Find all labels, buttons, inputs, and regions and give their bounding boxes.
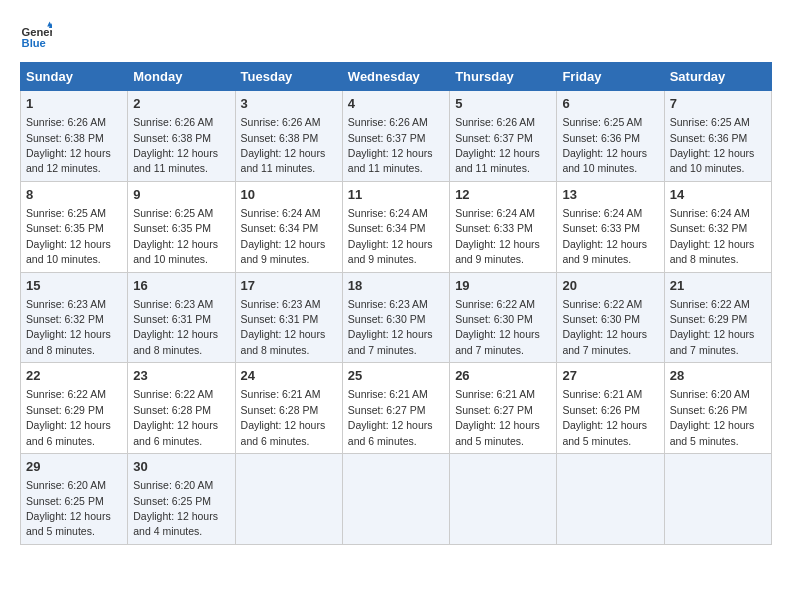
day-info: Sunrise: 6:25 AMSunset: 6:35 PMDaylight:…	[133, 207, 218, 265]
page-header: General Blue	[20, 20, 772, 52]
weekday-header-saturday: Saturday	[664, 63, 771, 91]
day-info: Sunrise: 6:24 AMSunset: 6:33 PMDaylight:…	[562, 207, 647, 265]
day-number: 29	[26, 458, 122, 476]
calendar-cell: 13Sunrise: 6:24 AMSunset: 6:33 PMDayligh…	[557, 181, 664, 272]
day-info: Sunrise: 6:25 AMSunset: 6:36 PMDaylight:…	[562, 116, 647, 174]
day-info: Sunrise: 6:24 AMSunset: 6:33 PMDaylight:…	[455, 207, 540, 265]
svg-text:Blue: Blue	[22, 37, 46, 49]
logo-icon: General Blue	[20, 20, 52, 52]
weekday-header-monday: Monday	[128, 63, 235, 91]
day-number: 2	[133, 95, 229, 113]
day-number: 6	[562, 95, 658, 113]
day-number: 8	[26, 186, 122, 204]
calendar-cell	[342, 454, 449, 545]
day-info: Sunrise: 6:24 AMSunset: 6:34 PMDaylight:…	[348, 207, 433, 265]
calendar-cell: 25Sunrise: 6:21 AMSunset: 6:27 PMDayligh…	[342, 363, 449, 454]
weekday-header-sunday: Sunday	[21, 63, 128, 91]
day-number: 26	[455, 367, 551, 385]
calendar-week-row: 22Sunrise: 6:22 AMSunset: 6:29 PMDayligh…	[21, 363, 772, 454]
calendar-cell: 18Sunrise: 6:23 AMSunset: 6:30 PMDayligh…	[342, 272, 449, 363]
logo: General Blue	[20, 20, 56, 52]
day-number: 4	[348, 95, 444, 113]
day-info: Sunrise: 6:22 AMSunset: 6:30 PMDaylight:…	[562, 298, 647, 356]
day-number: 3	[241, 95, 337, 113]
day-number: 12	[455, 186, 551, 204]
calendar-cell	[557, 454, 664, 545]
day-info: Sunrise: 6:20 AMSunset: 6:25 PMDaylight:…	[26, 479, 111, 537]
calendar-week-row: 8Sunrise: 6:25 AMSunset: 6:35 PMDaylight…	[21, 181, 772, 272]
calendar-cell: 26Sunrise: 6:21 AMSunset: 6:27 PMDayligh…	[450, 363, 557, 454]
day-info: Sunrise: 6:23 AMSunset: 6:31 PMDaylight:…	[241, 298, 326, 356]
day-number: 17	[241, 277, 337, 295]
svg-text:General: General	[22, 26, 52, 38]
calendar-cell: 29Sunrise: 6:20 AMSunset: 6:25 PMDayligh…	[21, 454, 128, 545]
calendar-cell: 8Sunrise: 6:25 AMSunset: 6:35 PMDaylight…	[21, 181, 128, 272]
day-info: Sunrise: 6:25 AMSunset: 6:35 PMDaylight:…	[26, 207, 111, 265]
day-number: 18	[348, 277, 444, 295]
day-info: Sunrise: 6:20 AMSunset: 6:26 PMDaylight:…	[670, 388, 755, 446]
day-number: 16	[133, 277, 229, 295]
calendar-week-row: 15Sunrise: 6:23 AMSunset: 6:32 PMDayligh…	[21, 272, 772, 363]
calendar-cell: 24Sunrise: 6:21 AMSunset: 6:28 PMDayligh…	[235, 363, 342, 454]
day-info: Sunrise: 6:20 AMSunset: 6:25 PMDaylight:…	[133, 479, 218, 537]
calendar-cell: 21Sunrise: 6:22 AMSunset: 6:29 PMDayligh…	[664, 272, 771, 363]
day-info: Sunrise: 6:24 AMSunset: 6:34 PMDaylight:…	[241, 207, 326, 265]
day-info: Sunrise: 6:23 AMSunset: 6:32 PMDaylight:…	[26, 298, 111, 356]
calendar-cell: 19Sunrise: 6:22 AMSunset: 6:30 PMDayligh…	[450, 272, 557, 363]
day-info: Sunrise: 6:26 AMSunset: 6:37 PMDaylight:…	[348, 116, 433, 174]
day-number: 19	[455, 277, 551, 295]
day-number: 20	[562, 277, 658, 295]
calendar-table: SundayMondayTuesdayWednesdayThursdayFrid…	[20, 62, 772, 545]
calendar-cell: 5Sunrise: 6:26 AMSunset: 6:37 PMDaylight…	[450, 91, 557, 182]
day-info: Sunrise: 6:26 AMSunset: 6:38 PMDaylight:…	[133, 116, 218, 174]
calendar-cell: 16Sunrise: 6:23 AMSunset: 6:31 PMDayligh…	[128, 272, 235, 363]
day-number: 11	[348, 186, 444, 204]
day-info: Sunrise: 6:21 AMSunset: 6:26 PMDaylight:…	[562, 388, 647, 446]
calendar-cell: 12Sunrise: 6:24 AMSunset: 6:33 PMDayligh…	[450, 181, 557, 272]
day-number: 30	[133, 458, 229, 476]
day-number: 27	[562, 367, 658, 385]
day-info: Sunrise: 6:23 AMSunset: 6:31 PMDaylight:…	[133, 298, 218, 356]
calendar-cell	[450, 454, 557, 545]
day-info: Sunrise: 6:21 AMSunset: 6:27 PMDaylight:…	[455, 388, 540, 446]
weekday-header-tuesday: Tuesday	[235, 63, 342, 91]
calendar-cell: 9Sunrise: 6:25 AMSunset: 6:35 PMDaylight…	[128, 181, 235, 272]
calendar-cell: 14Sunrise: 6:24 AMSunset: 6:32 PMDayligh…	[664, 181, 771, 272]
day-number: 13	[562, 186, 658, 204]
day-info: Sunrise: 6:22 AMSunset: 6:29 PMDaylight:…	[26, 388, 111, 446]
day-number: 9	[133, 186, 229, 204]
day-number: 15	[26, 277, 122, 295]
weekday-header-thursday: Thursday	[450, 63, 557, 91]
calendar-cell: 11Sunrise: 6:24 AMSunset: 6:34 PMDayligh…	[342, 181, 449, 272]
calendar-cell: 3Sunrise: 6:26 AMSunset: 6:38 PMDaylight…	[235, 91, 342, 182]
calendar-cell: 17Sunrise: 6:23 AMSunset: 6:31 PMDayligh…	[235, 272, 342, 363]
day-info: Sunrise: 6:21 AMSunset: 6:28 PMDaylight:…	[241, 388, 326, 446]
calendar-cell: 6Sunrise: 6:25 AMSunset: 6:36 PMDaylight…	[557, 91, 664, 182]
calendar-cell: 27Sunrise: 6:21 AMSunset: 6:26 PMDayligh…	[557, 363, 664, 454]
day-info: Sunrise: 6:26 AMSunset: 6:38 PMDaylight:…	[241, 116, 326, 174]
calendar-week-row: 1Sunrise: 6:26 AMSunset: 6:38 PMDaylight…	[21, 91, 772, 182]
calendar-cell: 20Sunrise: 6:22 AMSunset: 6:30 PMDayligh…	[557, 272, 664, 363]
day-number: 1	[26, 95, 122, 113]
day-info: Sunrise: 6:22 AMSunset: 6:29 PMDaylight:…	[670, 298, 755, 356]
calendar-week-row: 29Sunrise: 6:20 AMSunset: 6:25 PMDayligh…	[21, 454, 772, 545]
day-number: 5	[455, 95, 551, 113]
calendar-cell: 28Sunrise: 6:20 AMSunset: 6:26 PMDayligh…	[664, 363, 771, 454]
day-info: Sunrise: 6:22 AMSunset: 6:28 PMDaylight:…	[133, 388, 218, 446]
calendar-cell: 4Sunrise: 6:26 AMSunset: 6:37 PMDaylight…	[342, 91, 449, 182]
weekday-header-friday: Friday	[557, 63, 664, 91]
day-info: Sunrise: 6:25 AMSunset: 6:36 PMDaylight:…	[670, 116, 755, 174]
day-number: 25	[348, 367, 444, 385]
day-number: 23	[133, 367, 229, 385]
calendar-cell: 23Sunrise: 6:22 AMSunset: 6:28 PMDayligh…	[128, 363, 235, 454]
day-info: Sunrise: 6:23 AMSunset: 6:30 PMDaylight:…	[348, 298, 433, 356]
calendar-cell: 2Sunrise: 6:26 AMSunset: 6:38 PMDaylight…	[128, 91, 235, 182]
weekday-header-wednesday: Wednesday	[342, 63, 449, 91]
day-number: 28	[670, 367, 766, 385]
day-number: 7	[670, 95, 766, 113]
day-info: Sunrise: 6:26 AMSunset: 6:38 PMDaylight:…	[26, 116, 111, 174]
calendar-cell: 1Sunrise: 6:26 AMSunset: 6:38 PMDaylight…	[21, 91, 128, 182]
day-number: 21	[670, 277, 766, 295]
day-info: Sunrise: 6:21 AMSunset: 6:27 PMDaylight:…	[348, 388, 433, 446]
calendar-cell	[664, 454, 771, 545]
